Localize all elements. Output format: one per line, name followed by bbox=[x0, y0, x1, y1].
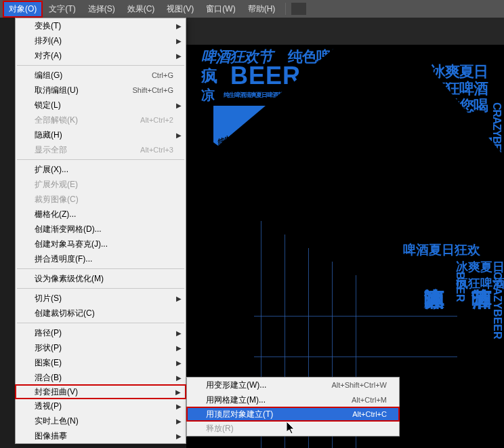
menu-item-label: 栅格化(Z)... bbox=[35, 209, 76, 220]
menu-item-shortcut: Alt+Ctrl+3 bbox=[140, 146, 173, 154]
submenu-arrow-icon: ▶ bbox=[176, 403, 182, 410]
menu-item-31[interactable]: 图像描摹▶ bbox=[16, 428, 186, 443]
menu-item-1[interactable]: 用网格建立(M)...Alt+Ctrl+M bbox=[187, 392, 399, 407]
submenu-arrow-icon: ▶ bbox=[176, 359, 182, 367]
menu-item-label: 裁剪图像(C) bbox=[35, 194, 79, 205]
menu-item-13: 裁剪图像(C) bbox=[16, 192, 186, 207]
menu-item-label: 变换(T) bbox=[35, 20, 61, 32]
art-bs1: 冰爽夏日 bbox=[431, 65, 488, 79]
envelope-distort-submenu: 用变形建立(W)...Alt+Shift+Ctrl+W用网格建立(M)...Al… bbox=[186, 377, 400, 436]
menu-item-1[interactable]: 排列(A)▶ bbox=[16, 33, 186, 48]
menu-item-label: 显示全部 bbox=[35, 144, 67, 156]
menu-item-5[interactable]: 取消编组(U)Shift+Ctrl+G bbox=[16, 83, 186, 98]
submenu-arrow-icon: ▶ bbox=[176, 52, 182, 60]
menu-item-label: 创建对象马赛克(J)... bbox=[35, 239, 108, 250]
menu-item-shortcut: Alt+Ctrl+C bbox=[352, 410, 387, 418]
art-liang: 凉 bbox=[201, 89, 214, 101]
submenu-arrow-icon: ▶ bbox=[176, 37, 182, 45]
menu-item-12: 扩展外观(E) bbox=[16, 177, 186, 192]
menu-effect[interactable]: 效果(C) bbox=[121, 1, 161, 18]
menu-item-label: 切片(S) bbox=[35, 293, 62, 304]
menu-view[interactable]: 视图(V) bbox=[161, 1, 200, 18]
menu-item-3: 释放(R) bbox=[187, 421, 399, 436]
menu-item-29[interactable]: 透视(P)▶ bbox=[16, 399, 186, 413]
menu-separator bbox=[17, 288, 184, 289]
menu-item-label: 用变形建立(W)... bbox=[206, 380, 266, 391]
menu-item-label: 释放(R) bbox=[206, 423, 234, 434]
submenu-arrow-icon: ▶ bbox=[176, 22, 182, 30]
menu-item-label: 排列(A) bbox=[35, 35, 62, 47]
guideline-horizontal bbox=[254, 316, 457, 317]
menu-item-9: 显示全部Alt+Ctrl+3 bbox=[16, 142, 186, 157]
menu-item-shortcut: Ctrl+G bbox=[152, 71, 173, 79]
menu-item-label: 创建裁切标记(C) bbox=[35, 308, 95, 319]
menu-item-27[interactable]: 混合(B)▶ bbox=[16, 370, 186, 385]
menu-item-label: 封套扭曲(V) bbox=[35, 386, 78, 398]
menu-item-30[interactable]: 实时上色(N)▶ bbox=[16, 413, 186, 428]
menu-item-label: 拼合透明度(F)... bbox=[35, 253, 92, 265]
menu-item-label: 创建渐变网格(D)... bbox=[35, 224, 102, 235]
menu-item-label: 图案(E) bbox=[35, 357, 62, 369]
menu-type[interactable]: 文字(T) bbox=[43, 1, 81, 18]
menu-separator bbox=[17, 323, 184, 323]
menu-item-2[interactable]: 对齐(A)▶ bbox=[16, 48, 186, 63]
submenu-arrow-icon: ▶ bbox=[176, 329, 182, 337]
submenu-arrow-icon: ▶ bbox=[176, 344, 182, 352]
art-vs-beer: BEER bbox=[454, 272, 466, 302]
art-beer: BEER bbox=[230, 65, 301, 87]
menubar-divider bbox=[285, 3, 286, 15]
menu-separator bbox=[17, 65, 184, 66]
menu-item-21[interactable]: 切片(S)▶ bbox=[16, 291, 186, 306]
menu-item-4[interactable]: 编组(G)Ctrl+G bbox=[16, 68, 186, 83]
menu-item-17[interactable]: 拼合透明度(F)... bbox=[16, 251, 186, 266]
menu-item-19[interactable]: 设为像素级优化(M) bbox=[16, 271, 186, 286]
menu-item-label: 编组(G) bbox=[35, 70, 62, 81]
menu-item-0[interactable]: 变换(T)▶ bbox=[16, 18, 186, 33]
guideline-horizontal bbox=[254, 357, 457, 357]
menu-select[interactable]: 选择(S) bbox=[82, 1, 121, 18]
submenu-arrow-icon: ▶ bbox=[176, 432, 182, 440]
submenu-arrow-icon: ▶ bbox=[175, 388, 181, 396]
submenu-arrow-icon: ▶ bbox=[176, 418, 182, 425]
menubar: 对象(O) 文字(T) 选择(S) 效果(C) 视图(V) 窗口(W) 帮助(H… bbox=[0, 0, 504, 18]
menu-help[interactable]: 帮助(H) bbox=[242, 1, 282, 18]
art-feng: 疯 bbox=[201, 68, 217, 83]
menu-item-shortcut: Alt+Ctrl+2 bbox=[140, 116, 173, 124]
art-vs-crazy: CRAZYBEER bbox=[491, 272, 503, 340]
menu-item-8[interactable]: 隐藏(H)▶ bbox=[16, 127, 186, 142]
menu-item-25[interactable]: 形状(P)▶ bbox=[16, 340, 186, 355]
menu-item-24[interactable]: 路径(P)▶ bbox=[16, 325, 186, 340]
menu-separator bbox=[17, 268, 184, 269]
menu-item-label: 形状(P) bbox=[35, 342, 62, 354]
menu-item-shortcut: Alt+Ctrl+M bbox=[352, 396, 387, 404]
submenu-arrow-icon: ▶ bbox=[176, 102, 182, 109]
menu-item-label: 取消编组(U) bbox=[35, 85, 79, 96]
menu-item-shortcut: Alt+Shift+Ctrl+W bbox=[331, 381, 387, 389]
menu-item-6[interactable]: 锁定(L)▶ bbox=[16, 98, 186, 113]
menu-item-label: 设为像素级优化(M) bbox=[35, 273, 104, 285]
menu-item-label: 用顶层对象建立(T) bbox=[206, 409, 273, 420]
menu-item-label: 实时上色(N) bbox=[35, 415, 79, 427]
menu-item-7: 全部解锁(K)Alt+Ctrl+2 bbox=[16, 113, 186, 127]
menu-item-26[interactable]: 图案(E)▶ bbox=[16, 355, 186, 370]
submenu-arrow-icon: ▶ bbox=[176, 374, 182, 382]
menu-item-label: 对齐(A) bbox=[35, 50, 62, 62]
art-vb-h1: 啤酒夏日狂欢 bbox=[403, 241, 504, 259]
menu-item-28[interactable]: 封套扭曲(V)▶ bbox=[15, 384, 186, 399]
menu-separator bbox=[17, 159, 184, 160]
menu-item-14[interactable]: 栅格化(Z)... bbox=[16, 207, 186, 222]
menu-item-label: 全部解锁(K) bbox=[35, 115, 78, 126]
menu-item-0[interactable]: 用变形建立(W)...Alt+Shift+Ctrl+W bbox=[187, 378, 399, 392]
menu-window[interactable]: 窗口(W) bbox=[200, 1, 241, 18]
menu-item-16[interactable]: 创建对象马赛克(J)... bbox=[16, 237, 186, 251]
menu-item-15[interactable]: 创建渐变网格(D)... bbox=[16, 222, 186, 237]
menu-item-label: 隐藏(H) bbox=[35, 129, 62, 141]
object-menu-dropdown: 变换(T)▶排列(A)▶对齐(A)▶编组(G)Ctrl+G取消编组(U)Shif… bbox=[15, 18, 186, 444]
menu-item-2[interactable]: 用顶层对象建立(T)Alt+Ctrl+C bbox=[186, 407, 400, 422]
menu-item-11[interactable]: 扩展(X)... bbox=[16, 162, 186, 177]
menu-item-label: 图像描摹 bbox=[35, 430, 67, 442]
workspace-switcher-icon[interactable] bbox=[291, 3, 306, 15]
menu-object[interactable]: 对象(O) bbox=[3, 1, 43, 18]
menu-item-label: 锁定(L) bbox=[35, 100, 61, 111]
menu-item-22[interactable]: 创建裁切标记(C) bbox=[16, 306, 186, 321]
